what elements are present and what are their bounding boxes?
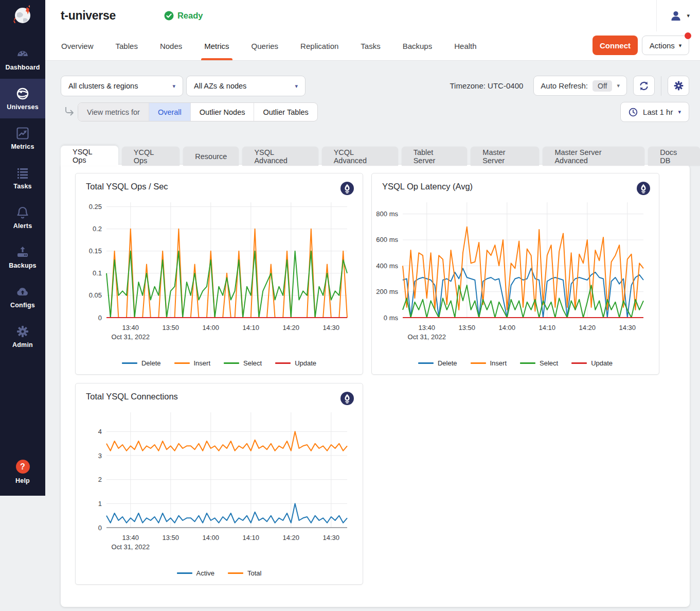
sidebar-item-metrics[interactable]: Metrics [0,118,45,158]
svg-text:14:20: 14:20 [283,534,300,542]
tab-backups[interactable]: Backups [403,31,433,60]
legend-item-select[interactable]: Select [520,359,558,367]
view-metrics-segmented-control: View metrics for OverallOutlier NodesOut… [78,102,318,121]
backups-upload-icon [16,246,29,259]
svg-text:14:30: 14:30 [323,324,340,331]
prometheus-icon[interactable] [340,392,354,405]
legend-item-active[interactable]: Active [177,569,214,577]
sidebar-item-admin[interactable]: Admin [0,317,45,356]
chart-area: 4321013:40Oct 31, 202213:5014:0014:1014:… [76,406,363,558]
svg-text:0 ms: 0 ms [384,314,399,322]
chevron-down-icon: ▾ [679,43,682,48]
svg-text:14:00: 14:00 [203,534,220,542]
svg-text:14:20: 14:20 [283,324,300,331]
sidebar-item-tasks[interactable]: Tasks [0,158,45,198]
sidebar-item-label: Help [15,477,30,484]
tab-health[interactable]: Health [454,31,476,60]
settings-button[interactable] [668,76,689,96]
svg-text:13:50: 13:50 [163,534,180,542]
sidebar-item-label: Configs [10,302,35,309]
sidebar-item-label: Backups [9,262,37,269]
chart-card-total-ysql-ops-sec: Total YSQL Ops / Sec0.250.20.150.10.0501… [75,173,363,375]
view-metrics-option-overall[interactable]: Overall [149,103,191,121]
svg-text:13:40: 13:40 [419,324,436,331]
sidebar-item-label: Metrics [11,143,34,150]
chart-legend: ActiveTotal [76,569,363,584]
tab-tasks[interactable]: Tasks [361,31,380,60]
chart-title: Total YSQL Connections [86,392,178,401]
legend-swatch [520,362,535,364]
status-badge: Ready [164,11,203,21]
tab-tables[interactable]: Tables [116,31,138,60]
sidebar-item-configs[interactable]: Configs [0,277,45,317]
tab-label: Health [454,42,476,50]
legend-item-insert[interactable]: Insert [471,359,507,367]
tab-replication[interactable]: Replication [300,31,338,60]
prometheus-icon[interactable] [340,182,354,195]
metric-tab-resource[interactable]: Resource [183,147,239,166]
tab-queries[interactable]: Queries [252,31,279,60]
svg-text:800 ms: 800 ms [376,210,398,218]
configs-cloud-icon [16,285,29,299]
sidebar-item-help[interactable]: ? Help [0,460,45,484]
tab-nodes[interactable]: Nodes [160,31,182,60]
sidebar-item-alerts[interactable]: Alerts [0,198,45,237]
clusters-regions-dropdown[interactable]: All clusters & regions ▾ [61,76,183,96]
time-range-dropdown[interactable]: Last 1 hr ▾ [620,102,689,122]
chart-legend: DeleteInsertSelectUpdate [372,359,659,374]
auto-refresh-dropdown[interactable]: Auto Refresh: Off ▾ [533,76,627,96]
legend-swatch [224,362,239,364]
dashboard-gauge-icon [16,47,29,61]
check-circle-icon [164,11,174,21]
actions-button[interactable]: Actions ▾ [642,36,689,55]
legend-item-update[interactable]: Update [275,359,316,367]
legend-label: Insert [490,359,507,367]
tab-overview[interactable]: Overview [61,31,94,60]
metric-tab-ycql-advanced[interactable]: YCQL Advanced [322,147,398,166]
az-nodes-dropdown[interactable]: All AZs & nodes ▾ [186,76,306,96]
view-metrics-option-outlier-tables[interactable]: Outlier Tables [254,103,317,121]
legend-item-select[interactable]: Select [224,359,262,367]
planet-rocket-logo[interactable] [0,0,45,32]
svg-text:0.25: 0.25 [89,203,102,211]
legend-item-delete[interactable]: Delete [122,359,161,367]
tab-metrics[interactable]: Metrics [204,31,229,60]
svg-text:400 ms: 400 ms [376,262,398,270]
metric-tab-master-server[interactable]: Master Server [471,147,539,166]
legend-item-delete[interactable]: Delete [418,359,457,367]
metric-tab-docs-db[interactable]: Docs DB [648,147,700,166]
tab-label: Tables [116,42,138,50]
metric-tab-tablet-server[interactable]: Tablet Server [402,147,468,166]
metric-tab-ysql-ops[interactable]: YSQL Ops [61,146,118,166]
svg-text:3: 3 [98,452,102,460]
chart-plot: 0.250.20.150.10.05013:40Oct 31, 202213:5… [78,196,353,346]
legend-item-total[interactable]: Total [228,569,261,577]
admin-gear-icon [16,325,29,338]
prometheus-icon[interactable] [637,182,650,195]
svg-text:14:30: 14:30 [323,534,340,542]
chart-card-total-ysql-connections: Total YSQL Connections4321013:40Oct 31, … [75,383,363,585]
connect-button[interactable]: Connect [593,36,638,55]
metrics-chart-icon [16,127,29,140]
legend-item-insert[interactable]: Insert [174,359,211,367]
user-menu[interactable]: ▾ [656,0,695,31]
refresh-button[interactable] [633,76,655,96]
chevron-down-icon: ▾ [678,109,681,115]
chart-header: Total YSQL Ops / Sec [76,173,363,196]
status-label: Ready [177,11,203,21]
legend-label: Delete [438,359,457,367]
help-question-icon: ? [16,460,30,474]
legend-swatch [275,362,291,364]
subsection-arrow-icon [64,106,75,116]
tasks-list-icon [16,166,29,180]
metric-tab-ysql-advanced[interactable]: YSQL Advanced [242,147,318,166]
sidebar-item-backups[interactable]: Backups [0,237,45,277]
svg-text:14:10: 14:10 [539,324,556,331]
legend-swatch [177,572,192,574]
metric-tab-ycql-ops[interactable]: YCQL Ops [122,147,180,166]
legend-item-update[interactable]: Update [571,359,613,367]
sidebar-item-universes[interactable]: Universes [0,79,45,118]
view-metrics-option-outlier-nodes[interactable]: Outlier Nodes [191,103,255,121]
metric-tab-master-server-advanced[interactable]: Master Server Advanced [543,147,644,166]
sidebar-item-dashboard[interactable]: Dashboard [0,39,45,79]
